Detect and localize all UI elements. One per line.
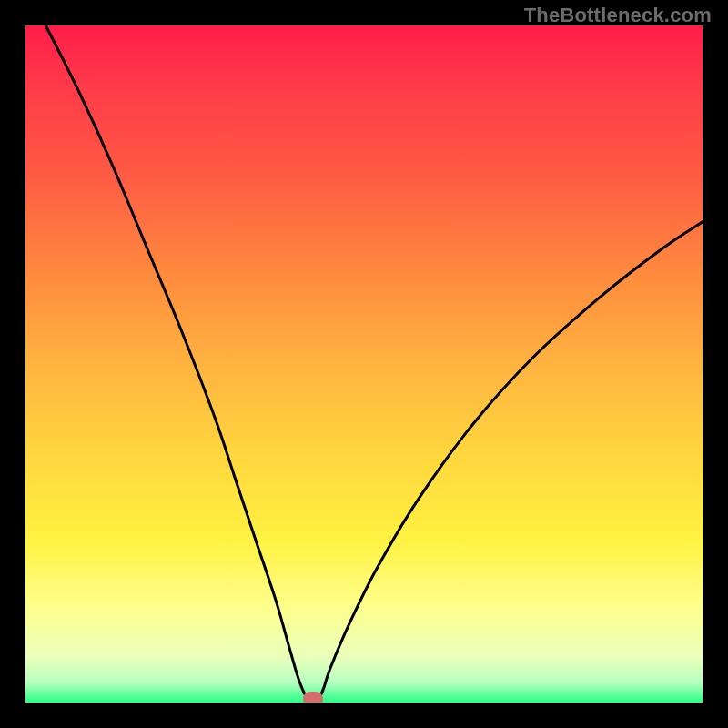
curve-layer [25, 25, 703, 703]
watermark-text: TheBottleneck.com [524, 4, 712, 27]
chart-plot-area [25, 25, 703, 703]
bottleneck-curve [46, 25, 703, 703]
